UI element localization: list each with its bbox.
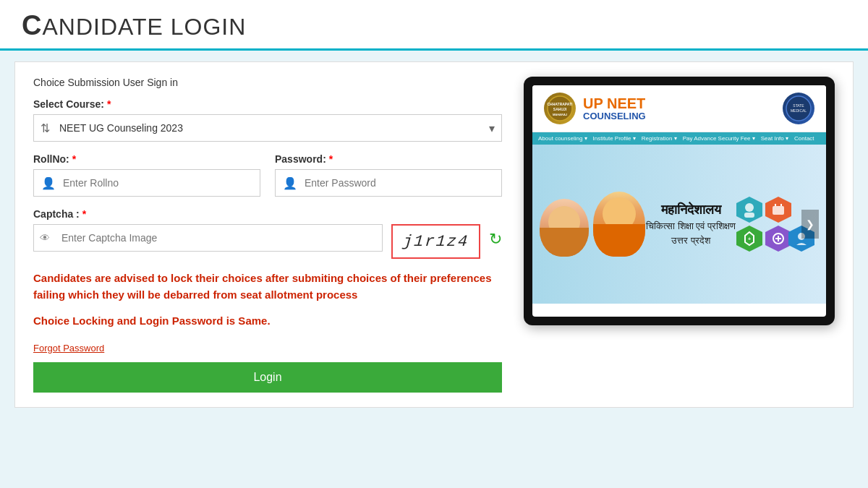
svg-text:CHHATRAPATI: CHHATRAPATI [548, 102, 574, 106]
captcha-text: j1r1z4 [402, 233, 469, 251]
tablet-mockup: CHHATRAPATI SAHUJI MAHARAJ UP NEET COUNS… [524, 77, 835, 325]
course-label: Select Course: * [33, 98, 502, 110]
password-field-group: Password: * 👤 [275, 153, 502, 197]
eye-icon: 👁 [34, 232, 56, 244]
credentials-row: RollNo: * 👤 Password: * 👤 [33, 153, 502, 197]
user-icon: 👤 [34, 176, 63, 190]
page-header: CANDIDATE LOGIN [0, 0, 868, 51]
site-logo-left: CHHATRAPATI SAHUJI MAHARAJ [544, 93, 576, 124]
site-logo-right: STATE MEDICAL [783, 93, 814, 124]
captcha-input-wrapper: 👁 [33, 224, 383, 252]
refresh-icon[interactable]: ↻ [489, 230, 502, 249]
captcha-field-group: Captcha : * 👁 j1r1z4 ↻ [33, 208, 502, 259]
password-input[interactable] [305, 177, 501, 189]
nav-item-fee: Pay Advance Security Fee ▾ [683, 135, 755, 142]
rollno-input-wrapper: 👤 [33, 169, 260, 197]
banner-next-arrow[interactable]: ❯ [801, 210, 819, 239]
banner-people [540, 192, 645, 257]
course-select-wrapper: ⇅ NEET UG Counseling 2023 ▾ [33, 114, 502, 142]
svg-point-7 [745, 203, 754, 212]
hex-cell-1 [736, 197, 762, 223]
site-banner: महानिदेशालय चिकित्सा शिक्षा एवं प्रशिक्ष… [532, 145, 826, 304]
password-label: Password: * [275, 153, 502, 165]
svg-text:MAHARAJ: MAHARAJ [553, 113, 567, 116]
form-subtitle: Choice Submission User Sign in [33, 77, 502, 88]
svg-text:SAHUJI: SAHUJI [553, 107, 567, 111]
site-nav: About counseling ▾ Institute Profile ▾ R… [532, 132, 826, 145]
banner-hindi-3: उत्तर प्रदेश [645, 235, 736, 247]
rollno-label: RollNo: * [33, 153, 260, 165]
rollno-field-group: RollNo: * 👤 [33, 153, 260, 197]
svg-rect-8 [744, 213, 754, 218]
hex-cell-3: + [736, 226, 762, 252]
course-field-group: Select Course: * ⇅ NEET UG Counseling 20… [33, 98, 502, 142]
svg-text:STATE: STATE [793, 103, 804, 108]
nav-item-profile: Institute Profile ▾ [593, 135, 636, 142]
hex-cell-2 [765, 197, 791, 223]
banner-hindi-1: महानिदेशालय [645, 202, 736, 218]
captcha-label: Captcha : * [33, 208, 502, 220]
captcha-image: j1r1z4 [391, 224, 480, 259]
main-content: Choice Submission User Sign in Select Co… [14, 61, 854, 408]
nav-item-about: About counseling ▾ [538, 135, 587, 142]
captcha-row: 👁 j1r1z4 ↻ [33, 224, 502, 259]
banner-text-block: महानिदेशालय चिकित्सा शिक्षा एवं प्रशिक्ष… [645, 202, 736, 247]
tablet-screen: CHHATRAPATI SAHUJI MAHARAJ UP NEET COUNS… [532, 85, 826, 317]
svg-rect-9 [773, 206, 784, 215]
svg-text:+: + [748, 236, 751, 241]
warning-text: Candidates are advised to lock their cho… [33, 270, 502, 303]
svg-text:MEDICAL: MEDICAL [791, 108, 807, 113]
form-section: Choice Submission User Sign in Select Co… [33, 77, 502, 393]
forgot-password-link[interactable]: Forgot Password [33, 343, 104, 354]
nav-item-seatinfo: Seat Info ▾ [761, 135, 788, 142]
hex-cell-4 [765, 226, 791, 252]
login-button[interactable]: Login [33, 362, 502, 393]
nav-item-registration: Registration ▾ [642, 135, 677, 142]
page-title: CANDIDATE LOGIN [22, 10, 846, 41]
banner-hindi-2: चिकित्सा शिक्षा एवं प्रशिक्षण [645, 221, 736, 232]
page-wrapper: CANDIDATE LOGIN Choice Submission User S… [0, 0, 868, 488]
site-header: CHHATRAPATI SAHUJI MAHARAJ UP NEET COUNS… [532, 85, 826, 132]
site-title-up: UP NEET [583, 96, 775, 111]
lock-icon: 👤 [276, 176, 305, 190]
site-title-counseling: COUNSELING [583, 111, 775, 121]
rollno-input[interactable] [63, 177, 260, 189]
info-text: Choice Locking and Login Password is Sam… [33, 314, 502, 327]
tablet-image-section: CHHATRAPATI SAHUJI MAHARAJ UP NEET COUNS… [524, 77, 835, 325]
course-select[interactable]: NEET UG Counseling 2023 [33, 114, 502, 142]
captcha-input[interactable] [56, 232, 382, 244]
site-title-block: UP NEET COUNSELING [583, 96, 775, 121]
password-input-wrapper: 👤 [275, 169, 502, 197]
nav-item-contact: Contact [794, 135, 814, 142]
